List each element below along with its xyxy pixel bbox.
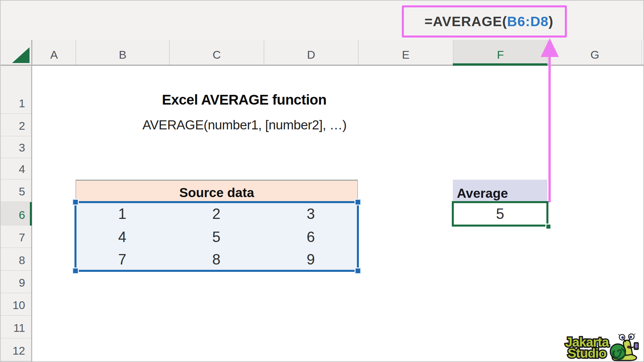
sheet-syntax-line: AVERAGE(number1, [number2], …) bbox=[143, 118, 347, 132]
cell-d7[interactable]: 6 bbox=[264, 226, 358, 248]
column-header-b[interactable]: B bbox=[75, 40, 169, 65]
column-header-c[interactable]: C bbox=[169, 40, 264, 65]
row-header-2[interactable]: 2 bbox=[1, 114, 32, 136]
row-header-12[interactable]: 12 bbox=[1, 339, 32, 361]
column-header-a[interactable]: A bbox=[32, 40, 75, 65]
selection-handle-bottom-right[interactable] bbox=[355, 267, 361, 274]
formula-annotation-box: =AVERAGE( B6:D8 ) bbox=[402, 5, 567, 38]
row-header-4[interactable]: 4 bbox=[1, 158, 32, 180]
selected-row-bar bbox=[30, 202, 32, 226]
sheet-title: Excel AVERAGE function bbox=[162, 92, 327, 108]
watermark-text: Jakarta Studio bbox=[565, 337, 609, 359]
row-header-3[interactable]: 3 bbox=[1, 136, 32, 158]
formula-range-part: B6:D8 bbox=[507, 14, 548, 29]
cell-b6[interactable]: 1 bbox=[75, 202, 169, 226]
snail-icon bbox=[609, 334, 640, 362]
selection-handle-top-right[interactable] bbox=[355, 199, 361, 205]
formula-function-part: =AVERAGE( bbox=[425, 14, 507, 29]
row-header-10[interactable]: 10 bbox=[1, 293, 32, 316]
cell-c8[interactable]: 8 bbox=[169, 248, 264, 271]
cell-d6[interactable]: 3 bbox=[264, 202, 358, 226]
annotation-arrow-head-icon bbox=[541, 38, 559, 57]
row-header-7[interactable]: 7 bbox=[1, 226, 32, 248]
row-header-9[interactable]: 9 bbox=[1, 271, 32, 293]
row-header-8[interactable]: 8 bbox=[1, 248, 32, 271]
row-header-1[interactable]: 1 bbox=[1, 65, 32, 114]
active-cell-f6[interactable]: 5 bbox=[452, 201, 548, 227]
formula-close-paren: ) bbox=[548, 14, 553, 29]
row-header-5[interactable]: 5 bbox=[1, 180, 32, 202]
column-header-e[interactable]: E bbox=[358, 40, 453, 65]
column-header-f-selected[interactable]: F bbox=[453, 40, 547, 65]
source-data-header-cell[interactable]: Source data bbox=[75, 180, 358, 202]
cell-c6[interactable]: 2 bbox=[169, 202, 264, 226]
select-all-triangle-icon bbox=[12, 47, 30, 63]
selection-handle-bottom-left[interactable] bbox=[72, 267, 79, 274]
column-header-g[interactable]: G bbox=[547, 40, 642, 65]
selection-handle-top-left[interactable] bbox=[72, 199, 79, 205]
row-header-6-selected[interactable]: 6 bbox=[1, 202, 32, 226]
excel-window: SUM ƒx =AVERAGE( B6:D8 ) A B C D E F G 1… bbox=[0, 0, 644, 362]
cell-c7[interactable]: 5 bbox=[169, 226, 264, 248]
cell-b8[interactable]: 7 bbox=[75, 248, 169, 271]
header-divider-line bbox=[1, 65, 644, 66]
column-header-d[interactable]: D bbox=[264, 40, 358, 65]
average-header-cell[interactable]: Average bbox=[453, 180, 547, 202]
cell-d8[interactable]: 9 bbox=[264, 248, 358, 271]
row-header-11[interactable]: 11 bbox=[1, 316, 32, 339]
annotation-arrow-line bbox=[548, 56, 551, 202]
watermark: Jakarta Studio bbox=[565, 334, 640, 362]
row-header-divider-line bbox=[31, 40, 32, 362]
cell-b7[interactable]: 4 bbox=[75, 226, 169, 248]
fill-handle[interactable] bbox=[545, 224, 551, 230]
selected-column-underline bbox=[453, 63, 547, 66]
